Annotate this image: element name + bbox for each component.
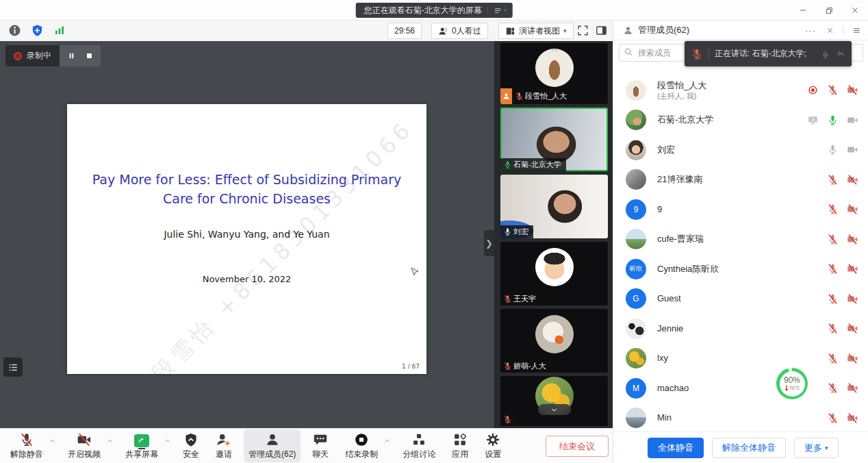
restore-button[interactable] — [823, 4, 835, 16]
chevron-up-icon[interactable] — [383, 437, 391, 445]
cam-muted-icon[interactable] — [846, 292, 858, 305]
cam-muted-icon[interactable] — [846, 84, 858, 97]
toolbar-item-4[interactable]: 邀请 — [211, 429, 237, 462]
mic-muted-icon[interactable] — [826, 263, 839, 275]
mic-idle-icon[interactable] — [826, 144, 839, 156]
minimize-button[interactable] — [797, 4, 809, 16]
mute-all-button[interactable]: 全体静音 — [648, 438, 704, 458]
mic-muted-icon[interactable] — [826, 84, 839, 97]
member-row[interactable]: cufe-曹家瑞 — [613, 225, 868, 255]
network-signal-icon[interactable] — [53, 24, 67, 38]
mic-muted-icon[interactable] — [826, 292, 839, 305]
cam-muted-icon[interactable] — [846, 352, 858, 364]
member-row[interactable]: Min — [613, 403, 868, 434]
stop-record-icon — [354, 431, 369, 447]
cam-muted-icon[interactable] — [846, 203, 858, 216]
strip-collapse-handle[interactable]: ❯ — [484, 230, 494, 256]
recording-status: 录制中 — [5, 45, 60, 66]
toolbar-item-6[interactable]: 聊天 — [307, 429, 333, 462]
member-row[interactable]: 石菊-北京大学 — [613, 105, 868, 136]
stop-recording-button[interactable] — [81, 49, 97, 64]
end-meeting-button[interactable]: 结束会议 — [546, 436, 609, 457]
mic-muted-icon[interactable] — [826, 382, 839, 395]
cam-muted-icon[interactable] — [846, 263, 858, 275]
mic-muted-icon[interactable] — [826, 173, 839, 186]
strip-collapse-up-icon[interactable] — [549, 45, 560, 55]
mic-muted-icon[interactable] — [826, 233, 839, 245]
cam-muted-icon[interactable] — [846, 412, 858, 424]
toolbar-item-1[interactable]: 开启视频 — [63, 429, 105, 462]
meeting-info-icon[interactable] — [8, 24, 22, 38]
mic-muted-icon[interactable] — [826, 352, 839, 364]
toolbar-item-5[interactable]: 管理成员(62) — [244, 429, 301, 462]
fullscreen-icon[interactable] — [576, 24, 590, 38]
cam-on-icon[interactable] — [846, 144, 858, 156]
cam-muted-icon[interactable] — [846, 382, 858, 395]
panel-more-icon[interactable]: ··· — [804, 24, 817, 36]
gauge-percent: 90% — [784, 376, 800, 384]
member-row[interactable]: lxy — [613, 344, 868, 374]
security-shield-icon[interactable] — [31, 24, 44, 38]
more-button[interactable]: 更多 ▾ — [794, 438, 839, 458]
member-row[interactable]: 99 — [613, 195, 868, 225]
panel-menu-icon[interactable] — [850, 24, 863, 36]
video-tile[interactable]: 石菊-北京大学 — [500, 108, 608, 171]
cam-muted-icon[interactable] — [846, 323, 858, 335]
view-mode-selector[interactable]: 演讲者视图 ▾ — [498, 23, 574, 39]
video-tile[interactable]: 刘宏 — [500, 175, 608, 238]
participant-avatar — [535, 315, 574, 353]
cam-muted-icon[interactable] — [846, 173, 858, 186]
pause-recording-button[interactable] — [64, 49, 79, 64]
tile-participant-name: 娇萌-人大 — [513, 361, 546, 371]
video-tile[interactable]: 娇萌-人大 — [500, 309, 608, 373]
mic-muted-icon[interactable] — [826, 203, 839, 216]
cam-muted-icon[interactable] — [846, 233, 858, 245]
member-row[interactable]: 段雪怡_人大(主持人, 我) — [613, 75, 868, 105]
member-row[interactable]: 刘宏 — [613, 135, 868, 165]
thermometer-icon — [784, 385, 789, 391]
avatar — [626, 408, 646, 428]
mic-muted-icon — [512, 90, 525, 103]
unmute-all-button[interactable]: 解除全体静音 — [712, 438, 786, 458]
mic-muted-icon[interactable] — [826, 323, 839, 335]
panel-close-icon[interactable] — [824, 24, 836, 36]
toolbar-item-7[interactable]: 结束录制 — [340, 429, 383, 462]
chevron-up-icon[interactable] — [49, 437, 56, 445]
chevron-up-icon[interactable] — [164, 437, 171, 445]
meeting-statusbar: 29:56 0人看过 演讲者视图 ▾ — [0, 21, 613, 41]
thumbnail-panel-button[interactable] — [3, 358, 23, 377]
close-button[interactable] — [849, 4, 861, 16]
presentation-slide: 段雪怡 +8618301331066 Pay More for Less: Ef… — [67, 104, 426, 374]
member-row[interactable]: 21博张豫南 — [613, 165, 868, 195]
chevron-up-icon[interactable] — [106, 437, 114, 445]
slide-page-number: 1 / 67 — [402, 363, 420, 370]
member-list: 段雪怡_人大(主持人, 我)石菊-北京大学刘宏21博张豫南99cufe-曹家瑞昕… — [613, 68, 868, 452]
meeting-toolbar: 解除静音开启视频共享屏幕安全邀请管理成员(62)聊天结束录制分组讨论应用设置结束… — [0, 428, 613, 463]
member-row[interactable]: Jennie — [613, 314, 868, 344]
side-panel-toggle-icon[interactable] — [595, 24, 609, 38]
meeting-window: 您正在观看石菊-北京大学的屏幕 ▾ 29:56 — [0, 0, 868, 463]
search-icon — [623, 47, 634, 60]
breakout-icon — [411, 431, 426, 447]
toolbar-item-3[interactable]: 安全 — [178, 429, 204, 462]
toolbar-item-8[interactable]: 分组讨论 — [398, 429, 440, 462]
viewer-count[interactable]: 0人看过 — [431, 23, 488, 39]
cam-on-icon[interactable] — [846, 114, 858, 126]
video-tile[interactable]: 段雪怡_人大 — [500, 43, 608, 104]
mic-muted-icon[interactable] — [826, 412, 839, 424]
toolbar-item-0[interactable]: 解除静音 — [5, 429, 48, 462]
banner-menu-icon[interactable]: ▾ — [494, 6, 507, 15]
toolbar-item-10[interactable]: 设置 — [480, 429, 506, 462]
mic-active-icon[interactable] — [826, 114, 839, 126]
strip-scroll-down-icon[interactable] — [538, 404, 571, 415]
member-row[interactable]: GGuest — [613, 284, 868, 314]
toolbar-item-9[interactable]: 应用 — [447, 429, 473, 462]
shared-screen-area: 录制中 段雪怡 +8618301331066 Pay More for Less… — [0, 41, 494, 428]
toolbar-item-2[interactable]: 共享屏幕 — [120, 429, 163, 462]
video-tile[interactable] — [500, 376, 608, 426]
member-row[interactable]: 昕欣Cyntheia陈昕欣 — [613, 254, 868, 284]
video-tile[interactable]: 王天宇 — [500, 242, 608, 305]
avatar: M — [626, 378, 646, 399]
watermark: 段雪怡 +8618301331066 — [145, 114, 420, 374]
member-row[interactable]: Mmachao — [613, 373, 868, 403]
